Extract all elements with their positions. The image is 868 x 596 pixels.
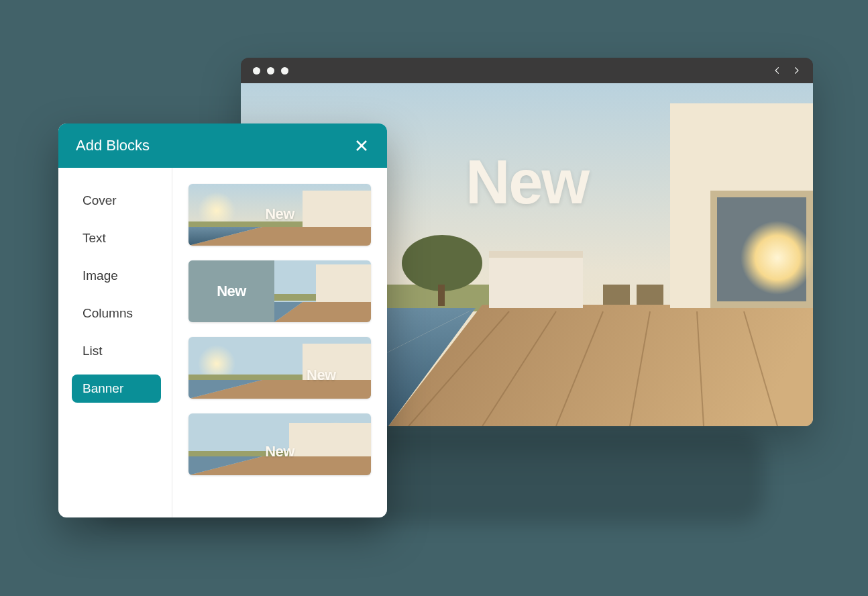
preview-side-panel: New [188,260,274,322]
preview-banner-option[interactable]: New [188,184,371,246]
category-item-cover[interactable]: Cover [72,187,161,215]
chevron-right-icon[interactable] [792,66,801,75]
panel-header: Add Blocks [58,123,387,168]
preview-label: New [265,205,294,223]
category-list: Cover Text Image Columns List Banner [58,168,172,517]
browser-nav [773,66,801,75]
chevron-left-icon[interactable] [773,66,782,75]
category-item-text[interactable]: Text [72,224,161,252]
add-blocks-panel: Add Blocks Cover Text Image Columns List… [58,123,387,517]
preview-list: New New [172,168,387,517]
svg-rect-23 [637,285,663,305]
category-item-list[interactable]: List [72,337,161,365]
svg-point-19 [741,221,813,295]
traffic-dot[interactable] [253,67,260,74]
panel-body: Cover Text Image Columns List Banner [58,168,387,517]
traffic-dot[interactable] [281,67,288,74]
panel-title: Add Blocks [76,137,150,154]
preview-image [188,337,371,399]
svg-rect-29 [303,191,371,228]
svg-rect-22 [603,285,630,305]
category-item-banner[interactable]: Banner [72,375,161,403]
traffic-lights [253,67,288,74]
close-icon[interactable] [354,138,370,154]
preview-label: New [265,443,294,460]
category-item-image[interactable]: Image [72,262,161,290]
traffic-dot[interactable] [267,67,274,74]
preview-label: New [217,283,246,300]
browser-titlebar [241,58,813,83]
hero-title: New [466,147,588,217]
svg-rect-15 [489,251,583,258]
preview-banner-option[interactable]: New [188,260,371,322]
svg-rect-21 [438,285,445,306]
svg-rect-46 [289,423,371,458]
svg-rect-14 [489,251,583,308]
preview-banner-option[interactable]: New [188,337,371,399]
category-item-columns[interactable]: Columns [72,299,161,328]
preview-banner-option[interactable]: New [188,413,371,475]
svg-rect-34 [316,264,371,303]
svg-point-20 [402,235,482,291]
preview-label: New [307,366,336,384]
